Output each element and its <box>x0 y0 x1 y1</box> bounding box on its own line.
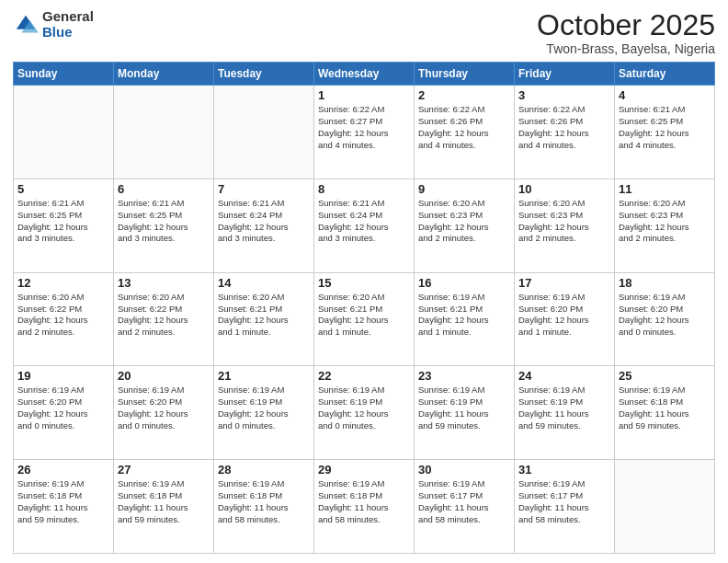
calendar-week-1: 1Sunrise: 6:22 AM Sunset: 6:27 PM Daylig… <box>14 86 715 179</box>
day-number: 18 <box>619 276 711 290</box>
calendar-cell: 23Sunrise: 6:19 AM Sunset: 6:19 PM Dayli… <box>415 366 515 460</box>
day-number: 11 <box>619 182 711 196</box>
calendar-cell: 1Sunrise: 6:22 AM Sunset: 6:27 PM Daylig… <box>314 86 415 179</box>
calendar-week-3: 12Sunrise: 6:20 AM Sunset: 6:22 PM Dayli… <box>14 272 715 366</box>
calendar-cell: 3Sunrise: 6:22 AM Sunset: 6:26 PM Daylig… <box>515 86 615 179</box>
day-number: 7 <box>218 182 310 196</box>
calendar-cell: 20Sunrise: 6:19 AM Sunset: 6:20 PM Dayli… <box>114 366 214 460</box>
day-info: Sunrise: 6:19 AM Sunset: 6:17 PM Dayligh… <box>418 478 510 525</box>
calendar-cell: 21Sunrise: 6:19 AM Sunset: 6:19 PM Dayli… <box>214 366 314 460</box>
calendar-cell: 10Sunrise: 6:20 AM Sunset: 6:23 PM Dayli… <box>515 178 615 272</box>
day-number: 8 <box>318 182 410 196</box>
day-number: 22 <box>318 369 410 383</box>
calendar-cell: 18Sunrise: 6:19 AM Sunset: 6:20 PM Dayli… <box>615 272 715 366</box>
calendar-header-tuesday: Tuesday <box>214 63 314 86</box>
day-info: Sunrise: 6:21 AM Sunset: 6:25 PM Dayligh… <box>17 198 109 245</box>
day-info: Sunrise: 6:20 AM Sunset: 6:23 PM Dayligh… <box>418 198 510 245</box>
day-info: Sunrise: 6:19 AM Sunset: 6:20 PM Dayligh… <box>518 292 610 339</box>
day-info: Sunrise: 6:22 AM Sunset: 6:26 PM Dayligh… <box>418 104 510 151</box>
day-info: Sunrise: 6:20 AM Sunset: 6:22 PM Dayligh… <box>17 292 109 339</box>
calendar-cell: 8Sunrise: 6:21 AM Sunset: 6:24 PM Daylig… <box>314 178 415 272</box>
calendar-cell <box>14 86 114 179</box>
calendar-cell: 5Sunrise: 6:21 AM Sunset: 6:25 PM Daylig… <box>14 178 114 272</box>
day-number: 28 <box>218 463 310 477</box>
day-info: Sunrise: 6:19 AM Sunset: 6:18 PM Dayligh… <box>318 478 410 525</box>
day-number: 2 <box>418 88 510 102</box>
calendar-week-4: 19Sunrise: 6:19 AM Sunset: 6:20 PM Dayli… <box>14 366 715 460</box>
day-number: 29 <box>318 463 410 477</box>
day-info: Sunrise: 6:20 AM Sunset: 6:23 PM Dayligh… <box>619 198 711 245</box>
day-number: 24 <box>518 369 610 383</box>
header: General Blue October 2025 Twon-Brass, Ba… <box>13 9 715 56</box>
calendar-cell: 15Sunrise: 6:20 AM Sunset: 6:21 PM Dayli… <box>314 272 415 366</box>
calendar-cell: 6Sunrise: 6:21 AM Sunset: 6:25 PM Daylig… <box>114 178 214 272</box>
calendar-cell: 9Sunrise: 6:20 AM Sunset: 6:23 PM Daylig… <box>415 178 515 272</box>
calendar-cell: 16Sunrise: 6:19 AM Sunset: 6:21 PM Dayli… <box>415 272 515 366</box>
calendar-cell: 19Sunrise: 6:19 AM Sunset: 6:20 PM Dayli… <box>14 366 114 460</box>
day-number: 16 <box>418 276 510 290</box>
day-number: 21 <box>218 369 310 383</box>
calendar-cell: 7Sunrise: 6:21 AM Sunset: 6:24 PM Daylig… <box>214 178 314 272</box>
day-info: Sunrise: 6:21 AM Sunset: 6:24 PM Dayligh… <box>218 198 310 245</box>
calendar-header-saturday: Saturday <box>615 63 715 86</box>
day-number: 25 <box>619 369 711 383</box>
calendar-week-5: 26Sunrise: 6:19 AM Sunset: 6:18 PM Dayli… <box>14 460 715 554</box>
calendar-cell: 28Sunrise: 6:19 AM Sunset: 6:18 PM Dayli… <box>214 460 314 554</box>
calendar-cell <box>615 460 715 554</box>
calendar-cell: 22Sunrise: 6:19 AM Sunset: 6:19 PM Dayli… <box>314 366 415 460</box>
calendar-cell: 17Sunrise: 6:19 AM Sunset: 6:20 PM Dayli… <box>515 272 615 366</box>
day-number: 27 <box>118 463 210 477</box>
day-info: Sunrise: 6:19 AM Sunset: 6:18 PM Dayligh… <box>218 478 310 525</box>
calendar-cell: 4Sunrise: 6:21 AM Sunset: 6:25 PM Daylig… <box>615 86 715 179</box>
day-info: Sunrise: 6:19 AM Sunset: 6:18 PM Dayligh… <box>619 385 711 431</box>
calendar-cell: 14Sunrise: 6:20 AM Sunset: 6:21 PM Dayli… <box>214 272 314 366</box>
logo: General Blue <box>13 9 94 40</box>
calendar-header-thursday: Thursday <box>415 63 515 86</box>
day-info: Sunrise: 6:19 AM Sunset: 6:19 PM Dayligh… <box>418 385 510 431</box>
calendar-cell: 11Sunrise: 6:20 AM Sunset: 6:23 PM Dayli… <box>615 178 715 272</box>
day-number: 19 <box>17 369 109 383</box>
day-number: 12 <box>17 276 109 290</box>
calendar-header-friday: Friday <box>515 63 615 86</box>
day-info: Sunrise: 6:22 AM Sunset: 6:27 PM Dayligh… <box>318 104 410 151</box>
calendar-cell: 2Sunrise: 6:22 AM Sunset: 6:26 PM Daylig… <box>415 86 515 179</box>
day-number: 13 <box>118 276 210 290</box>
logo-general-text: General <box>42 9 94 25</box>
calendar-table: SundayMondayTuesdayWednesdayThursdayFrid… <box>13 62 715 554</box>
day-info: Sunrise: 6:19 AM Sunset: 6:18 PM Dayligh… <box>17 478 109 525</box>
day-info: Sunrise: 6:19 AM Sunset: 6:18 PM Dayligh… <box>118 478 210 525</box>
day-info: Sunrise: 6:19 AM Sunset: 6:20 PM Dayligh… <box>17 385 109 431</box>
day-info: Sunrise: 6:20 AM Sunset: 6:23 PM Dayligh… <box>518 198 610 245</box>
calendar-cell: 13Sunrise: 6:20 AM Sunset: 6:22 PM Dayli… <box>114 272 214 366</box>
day-number: 6 <box>118 182 210 196</box>
logo-blue-text: Blue <box>42 25 94 40</box>
day-info: Sunrise: 6:19 AM Sunset: 6:19 PM Dayligh… <box>218 385 310 431</box>
day-info: Sunrise: 6:19 AM Sunset: 6:19 PM Dayligh… <box>518 385 610 431</box>
day-info: Sunrise: 6:21 AM Sunset: 6:24 PM Dayligh… <box>318 198 410 245</box>
main-title: October 2025 <box>537 9 715 41</box>
day-number: 30 <box>418 463 510 477</box>
day-number: 20 <box>118 369 210 383</box>
title-block: October 2025 Twon-Brass, Bayelsa, Nigeri… <box>537 9 715 56</box>
calendar-cell: 27Sunrise: 6:19 AM Sunset: 6:18 PM Dayli… <box>114 460 214 554</box>
calendar-header-monday: Monday <box>114 63 214 86</box>
day-number: 14 <box>218 276 310 290</box>
subtitle: Twon-Brass, Bayelsa, Nigeria <box>537 41 715 56</box>
day-info: Sunrise: 6:20 AM Sunset: 6:21 PM Dayligh… <box>218 292 310 339</box>
day-info: Sunrise: 6:20 AM Sunset: 6:22 PM Dayligh… <box>118 292 210 339</box>
calendar-cell: 26Sunrise: 6:19 AM Sunset: 6:18 PM Dayli… <box>14 460 114 554</box>
day-number: 10 <box>518 182 610 196</box>
calendar-cell: 12Sunrise: 6:20 AM Sunset: 6:22 PM Dayli… <box>14 272 114 366</box>
day-number: 3 <box>518 88 610 102</box>
day-info: Sunrise: 6:20 AM Sunset: 6:21 PM Dayligh… <box>318 292 410 339</box>
calendar-cell: 30Sunrise: 6:19 AM Sunset: 6:17 PM Dayli… <box>415 460 515 554</box>
day-number: 9 <box>418 182 510 196</box>
day-number: 1 <box>318 88 410 102</box>
day-number: 4 <box>619 88 711 102</box>
calendar-header-sunday: Sunday <box>14 63 114 86</box>
calendar-header-wednesday: Wednesday <box>314 63 415 86</box>
calendar-cell <box>214 86 314 179</box>
day-info: Sunrise: 6:19 AM Sunset: 6:20 PM Dayligh… <box>619 292 711 339</box>
day-number: 5 <box>17 182 109 196</box>
calendar-cell: 25Sunrise: 6:19 AM Sunset: 6:18 PM Dayli… <box>615 366 715 460</box>
